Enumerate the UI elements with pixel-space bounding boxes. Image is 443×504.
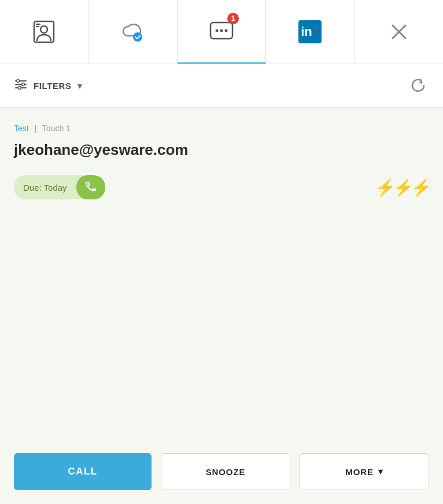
messages-badge: 1 (227, 13, 239, 24)
cloud-icon (120, 18, 146, 45)
meta-separator: | (35, 124, 37, 133)
snooze-button[interactable]: SNOOZE (161, 453, 290, 490)
linkedin-icon: inTM (298, 20, 322, 43)
filters-chevron-icon[interactable]: ▾ (77, 80, 82, 91)
refresh-button[interactable] (407, 75, 429, 97)
tab-linkedin[interactable]: inTM (266, 0, 355, 64)
svg-point-8 (225, 29, 228, 32)
app-container: 1 inTM (0, 0, 443, 504)
svg-point-7 (220, 29, 223, 32)
campaign-link[interactable]: Test (14, 124, 29, 133)
refresh-icon (409, 77, 427, 94)
tab-close[interactable] (355, 0, 443, 64)
call-button[interactable]: CALL (14, 453, 152, 490)
svg-point-4 (133, 32, 142, 42)
due-badge-group: Due: Today (14, 175, 105, 199)
filters-left: FILTERS ▾ (14, 77, 82, 94)
due-phone-button[interactable] (76, 175, 105, 199)
filters-label[interactable]: FILTERS (34, 81, 72, 91)
tab-bar: 1 inTM (0, 0, 443, 64)
tab-contact[interactable] (0, 0, 88, 64)
action-row: CALL SNOOZE MORE ▾ (14, 453, 429, 490)
card-spacer (14, 223, 429, 453)
touch-label: Touch 1 (42, 124, 71, 133)
tab-cloud[interactable] (88, 0, 177, 64)
svg-point-1 (40, 26, 47, 33)
svg-point-6 (216, 29, 219, 32)
contact-icon (31, 18, 57, 45)
more-button[interactable]: MORE ▾ (300, 453, 429, 490)
tab-messages[interactable]: 1 (178, 0, 266, 64)
filters-bar: FILTERS ▾ (0, 64, 443, 108)
svg-point-16 (19, 87, 21, 90)
filters-icon (14, 77, 28, 94)
lightning-icon: ⚡⚡⚡ (375, 178, 429, 197)
task-card: Test | Touch 1 jkeohane@yesware.com Due:… (0, 108, 443, 504)
contact-email: jkeohane@yesware.com (14, 141, 429, 159)
svg-point-15 (22, 83, 25, 86)
close-icon (386, 18, 412, 45)
svg-point-14 (17, 80, 20, 83)
due-label: Due: Today (14, 177, 76, 198)
phone-icon (84, 181, 97, 194)
due-row: Due: Today ⚡⚡⚡ (14, 175, 429, 199)
card-meta: Test | Touch 1 (14, 124, 429, 133)
more-chevron-icon: ▾ (378, 466, 383, 477)
more-label: MORE (345, 467, 374, 477)
